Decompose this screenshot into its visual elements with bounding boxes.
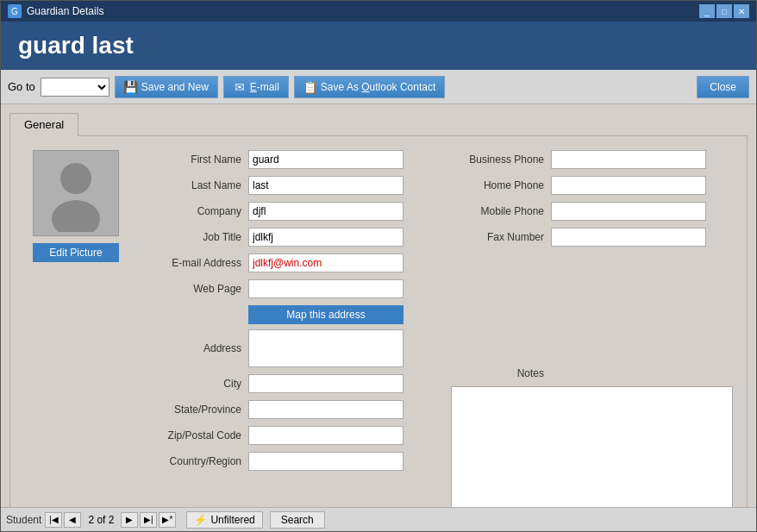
fax-input[interactable] — [551, 228, 706, 247]
job-title-row: Job Title — [145, 228, 430, 247]
last-name-label: Last Name — [145, 179, 248, 191]
notes-textarea[interactable] — [451, 386, 733, 507]
goto-select[interactable] — [41, 78, 109, 97]
save-new-icon: 💾 — [124, 80, 138, 94]
mobile-phone-row: Mobile Phone — [447, 202, 733, 221]
svg-point-0 — [60, 163, 91, 194]
map-address-button[interactable]: Map this address — [248, 305, 404, 324]
filter-indicator[interactable]: ⚡ Unfiltered — [186, 511, 262, 529]
address-label: Address — [145, 342, 248, 354]
window-controls: _ □ ✕ — [699, 4, 749, 18]
zip-input[interactable] — [248, 426, 404, 445]
filter-icon: ⚡ — [194, 514, 207, 526]
avatar-section: Edit Picture — [24, 150, 128, 507]
state-input[interactable] — [248, 400, 404, 419]
email-icon: ✉ — [233, 80, 247, 94]
student-label: Student — [6, 514, 41, 526]
job-title-input[interactable] — [248, 228, 404, 247]
job-title-label: Job Title — [145, 231, 248, 243]
company-label: Company — [145, 205, 248, 217]
web-page-row: Web Page — [145, 279, 430, 298]
statusbar: Student |◀ ◀ 2 of 2 ▶ ▶| ▶* ⚡ Unfiltered… — [1, 507, 756, 531]
toolbar: Go to 💾 Save and New ✉ E-mail 📋 Save As … — [1, 70, 756, 104]
fax-label: Fax Number — [447, 231, 551, 243]
business-phone-label: Business Phone — [447, 153, 551, 166]
address-section: Map this address Address City State/Prov… — [145, 305, 430, 471]
record-counter: 2 of 2 — [83, 514, 119, 526]
email-row: E-mail Address — [145, 253, 430, 272]
home-phone-row: Home Phone — [447, 176, 733, 195]
state-row: State/Province — [145, 400, 430, 419]
email-label: E-mail Address — [145, 257, 248, 269]
tab-bar: General — [9, 113, 748, 136]
app-icon: G — [8, 4, 22, 18]
notes-section: Notes — [447, 367, 733, 507]
business-phone-row: Business Phone — [447, 150, 733, 169]
next-record-button[interactable]: ▶ — [121, 512, 138, 528]
navigation-controls: |◀ ◀ 2 of 2 ▶ ▶| ▶* — [45, 512, 176, 528]
web-page-label: Web Page — [145, 283, 248, 295]
state-label: State/Province — [145, 404, 248, 416]
svg-point-1 — [52, 200, 100, 232]
close-button[interactable]: Close — [697, 76, 749, 98]
mobile-phone-label: Mobile Phone — [447, 205, 551, 217]
form-panel: Edit Picture First Name Last Name — [9, 135, 748, 507]
last-record-button[interactable]: ▶| — [140, 512, 157, 528]
city-row: City — [145, 374, 430, 393]
email-button[interactable]: ✉ E-mail — [223, 76, 289, 98]
zip-label: Zip/Postal Code — [145, 429, 248, 441]
new-record-button[interactable]: ▶* — [159, 512, 176, 528]
main-content: General Edit Picture — [1, 104, 756, 507]
avatar — [33, 150, 119, 236]
right-fields: Business Phone Home Phone Mobile Phone — [447, 150, 733, 507]
company-input[interactable] — [248, 202, 404, 221]
search-button[interactable]: Search — [270, 511, 325, 529]
form-fields: First Name Last Name Company Job Ti — [145, 150, 733, 507]
left-fields: First Name Last Name Company Job Ti — [145, 150, 430, 507]
notes-label: Notes — [447, 367, 551, 379]
first-name-label: First Name — [145, 153, 248, 166]
country-row: Country/Region — [145, 452, 430, 471]
address-input[interactable] — [248, 329, 404, 367]
window-title: Guardian Details — [27, 5, 699, 17]
prev-record-button[interactable]: ◀ — [64, 512, 81, 528]
title-bar: G Guardian Details _ □ ✕ — [1, 1, 756, 22]
header-section: guard last — [1, 22, 756, 70]
fax-row: Fax Number — [447, 228, 733, 247]
business-phone-input[interactable] — [551, 150, 706, 169]
edit-picture-button[interactable]: Edit Picture — [33, 243, 119, 262]
web-page-input[interactable] — [248, 279, 404, 298]
guardian-details-window: G Guardian Details _ □ ✕ guard last Go t… — [0, 0, 757, 532]
home-phone-label: Home Phone — [447, 179, 551, 191]
save-outlook-button[interactable]: 📋 Save As Outlook Contact — [294, 76, 445, 98]
home-phone-input[interactable] — [551, 176, 706, 195]
close-window-button[interactable]: ✕ — [734, 4, 749, 18]
minimize-button[interactable]: _ — [699, 4, 715, 18]
city-input[interactable] — [248, 374, 404, 393]
country-input[interactable] — [248, 452, 404, 471]
goto-label: Go to — [8, 80, 35, 93]
country-label: Country/Region — [145, 455, 248, 467]
email-input[interactable] — [248, 253, 404, 272]
restore-button[interactable]: □ — [716, 4, 732, 18]
record-title: guard last — [18, 32, 739, 59]
first-record-button[interactable]: |◀ — [45, 512, 62, 528]
address-row: Address — [145, 329, 430, 367]
notes-row: Notes — [447, 367, 733, 379]
mobile-phone-input[interactable] — [551, 202, 706, 221]
zip-row: Zip/Postal Code — [145, 426, 430, 445]
company-row: Company — [145, 202, 430, 221]
form-body: Edit Picture First Name Last Name — [24, 150, 733, 507]
city-label: City — [145, 378, 248, 390]
save-new-button[interactable]: 💾 Save and New — [115, 76, 218, 98]
last-name-row: Last Name — [145, 176, 430, 195]
last-name-input[interactable] — [248, 176, 404, 195]
first-name-input[interactable] — [248, 150, 404, 169]
tab-general[interactable]: General — [9, 113, 78, 136]
first-name-row: First Name — [145, 150, 430, 169]
outlook-icon: 📋 — [303, 80, 317, 94]
filter-label: Unfiltered — [210, 514, 254, 526]
